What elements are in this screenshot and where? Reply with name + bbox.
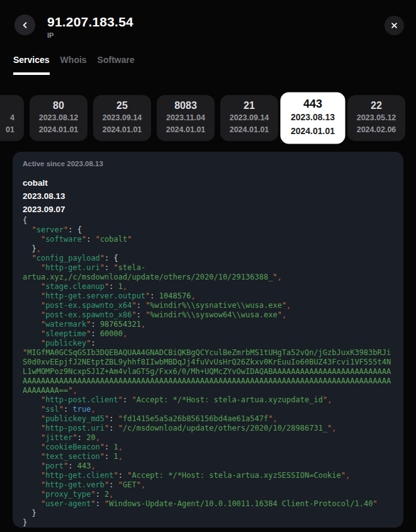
port-number: 443: [280, 97, 345, 111]
service-card-21[interactable]: 212023.09.142024.01.01: [220, 95, 278, 141]
service-card-443[interactable]: 4432023.08.132024.01.01: [280, 92, 345, 144]
active-since-label: Active since 2023.08.13: [23, 159, 393, 168]
service-meta: cobalt 2023.08.13 2023.09.07: [23, 176, 393, 216]
last-seen-date: 2024.01.01: [30, 124, 87, 136]
chevron-left-icon: [21, 21, 30, 30]
first-seen-date: 2023.09.14: [93, 112, 151, 124]
service-card-clipped[interactable]: 401: [0, 95, 24, 141]
first-seen-date: 2023.08.12: [30, 112, 87, 124]
last-seen-date: 2024.01.01: [157, 124, 215, 136]
tab-whois[interactable]: Whois: [60, 55, 87, 75]
last-seen-date: 2024.01.01: [93, 124, 151, 136]
first-seen-date: 2023.09.14: [220, 112, 278, 124]
last-seen-date: 2024.01.01: [220, 124, 278, 136]
first-seen-date: 2023.08.13: [23, 190, 393, 203]
tab-services[interactable]: Services: [13, 55, 50, 75]
first-seen-date: 2023.05.12: [347, 112, 405, 124]
entity-type-label: IP: [47, 31, 385, 39]
port-number: [0, 99, 14, 112]
tab-bar: ServicesWhoisSoftware: [0, 55, 416, 75]
service-ports-track: 401802023.08.122024.01.01252023.09.14202…: [0, 90, 416, 145]
page-title: 91.207.183.54: [47, 14, 385, 30]
last-seen-date: 2024.01.01: [280, 125, 345, 138]
last-seen-date: 01: [0, 124, 14, 136]
port-number: 22: [347, 99, 405, 112]
port-number: 80: [30, 99, 87, 112]
first-seen-date: 2023.08.13: [280, 111, 345, 124]
close-button[interactable]: [385, 16, 404, 35]
last-seen-date: 2023.09.07: [23, 203, 393, 216]
tab-software[interactable]: Software: [98, 55, 135, 75]
close-icon: [390, 21, 399, 30]
software-name: cobalt: [23, 176, 393, 190]
service-card-80[interactable]: 802023.08.122024.01.01: [30, 95, 87, 141]
port-number: 8083: [157, 99, 215, 112]
port-number: 25: [93, 99, 151, 112]
service-detail-panel: Active since 2023.08.13 cobalt 2023.08.1…: [13, 152, 403, 528]
first-seen-date: 4: [0, 112, 14, 124]
service-ports-carousel: 401802023.08.122024.01.01252023.09.14202…: [0, 90, 416, 145]
back-button[interactable]: [14, 14, 35, 35]
service-config-code: { "server": { "software": "cobalt" }, "c…: [23, 216, 393, 528]
last-seen-date: 2024.02.06: [347, 124, 405, 136]
port-number: 21: [220, 99, 278, 112]
service-card-22[interactable]: 222023.05.122024.02.06: [347, 95, 405, 141]
service-card-8083[interactable]: 80832023.11.042024.01.01: [157, 95, 215, 141]
service-card-25[interactable]: 252023.09.142024.01.01: [93, 95, 151, 141]
first-seen-date: 2023.11.04: [157, 112, 215, 124]
ip-details-view: 91.207.183.54 IP ServicesWhoisSoftware 4…: [0, 0, 416, 532]
title-group: 91.207.183.54 IP: [47, 14, 385, 39]
header: 91.207.183.54 IP: [0, 0, 416, 39]
